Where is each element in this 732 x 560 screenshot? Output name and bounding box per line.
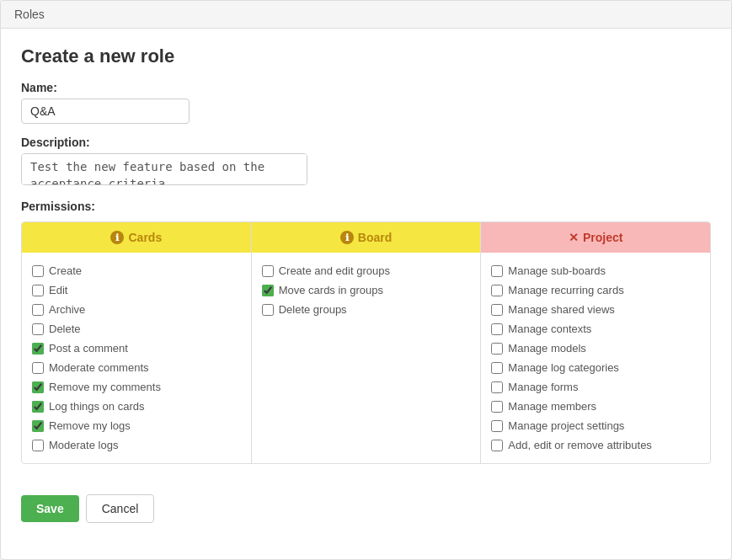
- cards-items-checkbox-7[interactable]: [32, 401, 44, 413]
- project-items-label-0: Manage sub-boards: [508, 264, 606, 277]
- project-items-label-6: Manage forms: [508, 381, 578, 393]
- description-group: Description:: [21, 136, 711, 188]
- board-items-label-1: Move cards in groups: [279, 284, 383, 296]
- list-item: Manage models: [491, 339, 700, 358]
- project-items-label-2: Manage shared views: [508, 303, 614, 316]
- project-items-label-9: Add, edit or remove attributes: [508, 439, 652, 451]
- list-item: Manage sub-boards: [491, 261, 700, 280]
- project-items-label-5: Manage log categories: [508, 361, 619, 374]
- list-item: Create: [32, 261, 241, 280]
- project-items-checkbox-8[interactable]: [491, 420, 503, 432]
- list-item: Post a comment: [32, 339, 241, 358]
- list-item: Manage recurring cards: [491, 280, 700, 300]
- project-items-checkbox-0[interactable]: [491, 265, 503, 277]
- cards-items-label-2: Archive: [49, 303, 85, 316]
- board-info-icon: ℹ: [340, 231, 354, 244]
- modal-header: Roles: [1, 1, 731, 29]
- project-items: Manage sub-boardsManage recurring cardsM…: [481, 253, 710, 463]
- project-items-checkbox-9[interactable]: [491, 440, 503, 451]
- cards-items-checkbox-3[interactable]: [32, 323, 44, 335]
- cards-items-label-0: Create: [49, 264, 82, 277]
- list-item: Delete groups: [262, 300, 471, 319]
- project-items-checkbox-7[interactable]: [491, 401, 503, 413]
- list-item: Edit: [32, 280, 241, 300]
- list-item: Manage shared views: [491, 300, 700, 319]
- list-item: Archive: [32, 300, 241, 319]
- list-item: Manage project settings: [491, 416, 700, 435]
- board-items-label-0: Create and edit groups: [279, 264, 390, 277]
- board-header-label: Board: [358, 231, 392, 244]
- project-items-label-4: Manage models: [508, 342, 586, 355]
- board-items-label-2: Delete groups: [279, 303, 347, 316]
- board-items-checkbox-2[interactable]: [262, 304, 274, 316]
- list-item: Move cards in groups: [262, 280, 471, 300]
- cards-items-label-5: Moderate comments: [49, 361, 149, 374]
- list-item: Add, edit or remove attributes: [491, 435, 700, 455]
- list-item: Create and edit groups: [262, 261, 471, 280]
- cards-items-label-6: Remove my comments: [49, 381, 161, 393]
- list-item: Log things on cards: [32, 397, 241, 416]
- project-header-label: Project: [583, 231, 622, 244]
- description-input[interactable]: [21, 153, 307, 185]
- board-header: ℹ Board: [252, 222, 481, 253]
- project-column: ✕ Project Manage sub-boardsManage recurr…: [481, 222, 710, 463]
- name-label: Name:: [21, 81, 711, 94]
- cards-items-checkbox-2[interactable]: [32, 304, 44, 316]
- modal-body: Create a new role Name: Description: Per…: [1, 29, 731, 481]
- cards-items-checkbox-5[interactable]: [32, 362, 44, 374]
- list-item: Moderate logs: [32, 435, 241, 455]
- cards-items-checkbox-1[interactable]: [32, 285, 44, 296]
- modal-container: Roles Create a new role Name: Descriptio…: [0, 0, 732, 560]
- project-items-label-3: Manage contexts: [508, 323, 591, 335]
- page-title: Create a new role: [21, 45, 711, 67]
- project-items-checkbox-5[interactable]: [491, 362, 503, 374]
- footer: Save Cancel: [1, 481, 731, 536]
- project-items-label-8: Manage project settings: [508, 419, 624, 432]
- cards-info-icon: ℹ: [110, 231, 124, 244]
- board-items: Create and edit groupsMove cards in grou…: [252, 253, 481, 328]
- project-items-label-7: Manage members: [508, 400, 596, 413]
- permissions-label: Permissions:: [21, 200, 711, 213]
- cards-items-label-3: Delete: [49, 323, 81, 335]
- cards-column: ℹ Cards CreateEditArchiveDeletePost a co…: [22, 222, 252, 463]
- cards-items-checkbox-0[interactable]: [32, 265, 44, 277]
- cards-items-label-9: Moderate logs: [49, 439, 118, 451]
- cards-items-checkbox-6[interactable]: [32, 381, 44, 393]
- project-items-checkbox-3[interactable]: [491, 323, 503, 335]
- cancel-button[interactable]: Cancel: [86, 494, 155, 523]
- list-item: Manage contexts: [491, 319, 700, 339]
- project-x-icon: ✕: [569, 231, 579, 244]
- list-item: Delete: [32, 319, 241, 339]
- cards-items-label-8: Remove my logs: [49, 419, 131, 432]
- list-item: Moderate comments: [32, 358, 241, 377]
- cards-items-checkbox-9[interactable]: [32, 440, 44, 451]
- project-items-label-1: Manage recurring cards: [508, 284, 623, 296]
- cards-items-checkbox-8[interactable]: [32, 420, 44, 432]
- list-item: Manage members: [491, 397, 700, 416]
- cards-items-checkbox-4[interactable]: [32, 343, 44, 355]
- project-header: ✕ Project: [481, 222, 710, 253]
- cards-items-label-7: Log things on cards: [49, 400, 144, 413]
- cards-header-label: Cards: [128, 231, 162, 244]
- list-item: Manage log categories: [491, 358, 700, 377]
- board-column: ℹ Board Create and edit groupsMove cards…: [252, 222, 482, 463]
- save-button[interactable]: Save: [21, 495, 79, 522]
- project-items-checkbox-6[interactable]: [491, 381, 503, 393]
- name-group: Name:: [21, 81, 711, 124]
- name-input[interactable]: [21, 99, 190, 124]
- permissions-grid: ℹ Cards CreateEditArchiveDeletePost a co…: [21, 221, 711, 464]
- cards-items-label-4: Post a comment: [49, 342, 128, 355]
- board-items-checkbox-0[interactable]: [262, 265, 274, 277]
- project-items-checkbox-2[interactable]: [491, 304, 503, 316]
- cards-header: ℹ Cards: [22, 222, 251, 253]
- board-items-checkbox-1[interactable]: [262, 285, 274, 296]
- header-title: Roles: [14, 8, 45, 21]
- list-item: Manage forms: [491, 377, 700, 397]
- cards-items-label-1: Edit: [49, 284, 67, 296]
- cards-items: CreateEditArchiveDeletePost a commentMod…: [22, 253, 251, 463]
- description-label: Description:: [21, 136, 711, 149]
- project-items-checkbox-4[interactable]: [491, 343, 503, 355]
- project-items-checkbox-1[interactable]: [491, 285, 503, 296]
- list-item: Remove my comments: [32, 377, 241, 397]
- list-item: Remove my logs: [32, 416, 241, 435]
